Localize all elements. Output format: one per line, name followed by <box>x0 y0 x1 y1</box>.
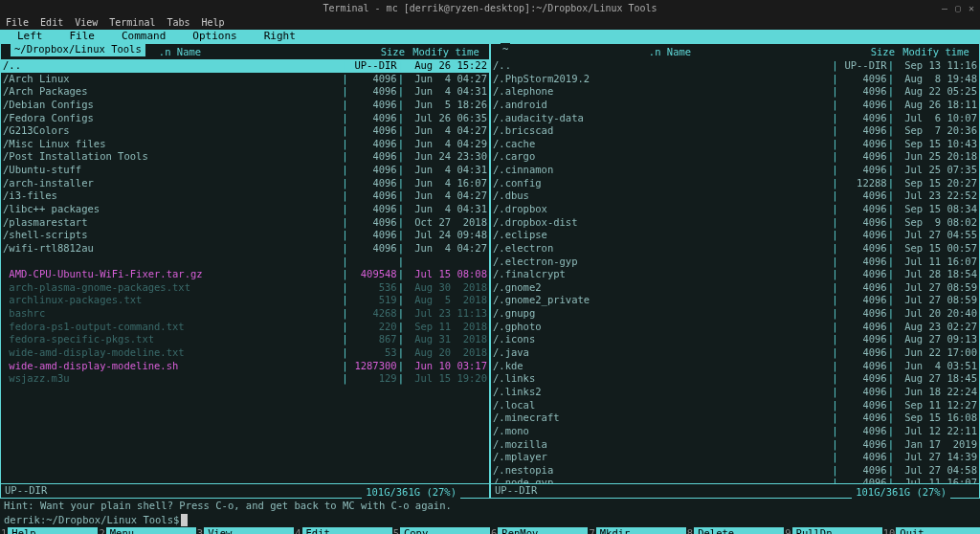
file-mtime: Aug 8 19:48 <box>895 73 977 86</box>
fkey-renmov[interactable]: 6RenMov <box>490 527 588 534</box>
fkey-delete[interactable]: 8Delete <box>686 527 784 534</box>
file-row[interactable]: /.gnome2|4096|Jul 27 08:59 <box>491 281 979 295</box>
file-row[interactable]: /Misc Linux files|4096|Jun 4 04:29 <box>1 138 489 151</box>
file-row[interactable]: /wifi-rtl8812au|4096|Jun 4 04:27 <box>1 242 489 256</box>
file-row[interactable]: /.local|4096|Sep 11 12:27 <box>491 399 979 412</box>
file-row[interactable]: /.links|4096|Aug 27 18:45 <box>491 372 979 386</box>
file-row[interactable]: /.electron-gyp|4096|Jul 11 16:07 <box>491 256 979 269</box>
fkey-quit[interactable]: 10Quit <box>882 527 980 534</box>
file-row[interactable]: /.eclipse|4096|Jul 27 04:55 <box>491 229 979 242</box>
right-panel[interactable]: ~ .n Name Size Modify time /..|UP--DIR|S… <box>490 43 980 499</box>
right-panel-path[interactable]: ~ <box>501 43 510 56</box>
col-m[interactable]: Modify time <box>895 46 977 59</box>
shell-prompt[interactable]: derrik:~/Dropbox/Linux Tools$ <box>0 514 980 527</box>
fkey-view[interactable]: 3View <box>196 527 294 534</box>
file-row[interactable]: /.dropbox|4096|Sep 15 08:34 <box>491 203 979 216</box>
file-row[interactable]: /Arch Linux|4096|Jun 4 04:27 <box>1 73 489 86</box>
file-row[interactable]: /Fedora Configs|4096|Jul 26 06:35 <box>1 112 489 125</box>
file-row[interactable]: /.java|4096|Jun 22 17:00 <box>491 346 979 360</box>
file-row[interactable]: wide-amd-display-modeline.txt|53|Aug 20 … <box>1 346 489 360</box>
file-row[interactable]: /.node-gyp|4096|Jul 11 16:07 <box>491 477 979 483</box>
right-file-list[interactable]: /..|UP--DIR|Sep 13 11:16/.PhpStorm2019.2… <box>491 59 979 483</box>
mc-menu-right[interactable]: Right <box>251 30 309 43</box>
file-row[interactable]: /.mplayer|4096|Jul 27 14:39 <box>491 451 979 464</box>
menu-view[interactable]: View <box>75 16 98 29</box>
fkey-edit[interactable]: 4Edit <box>294 527 391 534</box>
file-row[interactable]: wide-amd-display-modeline.sh|1287300|Jun… <box>1 360 489 373</box>
mc-menu-file[interactable]: File <box>56 30 109 43</box>
file-row[interactable]: /..|UP--DIR|Sep 13 11:16 <box>491 59 979 73</box>
file-row[interactable]: arch-plasma-gnome-packages.txt|536|Aug 3… <box>1 281 489 295</box>
left-file-list[interactable]: /..|UP--DIR|Aug 26 15:22/Arch Linux|4096… <box>1 59 489 483</box>
file-row[interactable]: /.mozilla|4096|Jan 17 2019 <box>491 438 979 452</box>
file-row[interactable]: wsjazz.m3u|129|Jul 15 19:20 <box>1 372 489 386</box>
file-row[interactable]: /Ubuntu-stuff|4096|Jun 4 04:31 <box>1 164 489 177</box>
file-row[interactable]: /.config|12288|Sep 15 20:27 <box>491 177 979 190</box>
file-row[interactable]: /.bricscad|4096|Sep 7 20:36 <box>491 124 979 138</box>
menu-tabs[interactable]: Tabs <box>167 16 189 29</box>
file-row[interactable]: /.gnupg|4096|Jul 20 20:40 <box>491 307 979 321</box>
file-row[interactable]: /Debian Configs|4096|Jun 5 18:26 <box>1 99 489 112</box>
left-panel[interactable]: ~/Dropbox/Linux Tools .n Name Size Modif… <box>0 43 490 499</box>
file-row[interactable]: /.audacity-data|4096|Jul 6 10:07 <box>491 112 979 125</box>
file-row[interactable]: /.dropbox-dist|4096|Sep 9 08:02 <box>491 216 979 230</box>
file-row[interactable]: /i3-files|4096|Jun 4 04:27 <box>1 189 489 203</box>
file-row[interactable]: /G213Colors|4096|Jun 4 04:27 <box>1 124 489 138</box>
fkey-copy[interactable]: 5Copy <box>392 527 490 534</box>
file-row[interactable]: /.gphoto|4096|Aug 23 02:27 <box>491 321 979 334</box>
col-size[interactable]: Size <box>847 46 895 59</box>
fkey-mkdir[interactable]: 7Mkdir <box>588 527 685 534</box>
file-row[interactable]: /.nestopia|4096|Jul 27 04:58 <box>491 464 979 478</box>
file-row[interactable]: /.links2|4096|Jun 18 22:24 <box>491 386 979 399</box>
file-row[interactable]: || <box>1 256 489 269</box>
file-row[interactable]: /.finalcrypt|4096|Jul 28 18:54 <box>491 268 979 281</box>
mc-menu-left[interactable]: Left <box>4 30 56 43</box>
file-row[interactable]: /.gnome2_private|4096|Jul 27 08:59 <box>491 294 979 307</box>
file-row[interactable]: bashrc|4268|Jul 23 11:13 <box>1 307 489 321</box>
fkey-help[interactable]: 1Help <box>0 527 98 534</box>
file-row[interactable]: /.kde|4096|Jun 4 03:51 <box>491 360 979 373</box>
file-row[interactable]: /.PhpStorm2019.2|4096|Aug 8 19:48 <box>491 73 979 86</box>
file-row[interactable]: /.dbus|4096|Jul 23 22:52 <box>491 189 979 203</box>
file-row[interactable]: /.cargo|4096|Jun 25 20:18 <box>491 150 979 164</box>
file-row[interactable]: /.mono|4096|Jul 12 22:11 <box>491 425 979 438</box>
col-size[interactable]: Size <box>357 46 405 59</box>
fkey-menu[interactable]: 2Menu <box>98 527 195 534</box>
close-icon[interactable]: ✕ <box>969 2 974 14</box>
left-panel-path[interactable]: ~/Dropbox/Linux Tools <box>11 43 145 56</box>
file-row[interactable]: /libc++ packages|4096|Jun 4 04:31 <box>1 203 489 216</box>
file-row[interactable]: /.icons|4096|Aug 27 09:13 <box>491 333 979 346</box>
file-row[interactable]: archlinux-packages.txt|519|Aug 5 2018 <box>1 294 489 307</box>
mc-menu-options[interactable]: Options <box>179 30 250 43</box>
file-size: 4096 <box>839 321 887 334</box>
menu-help[interactable]: Help <box>202 16 225 29</box>
col-name[interactable]: .n Name <box>493 46 847 59</box>
file-row[interactable]: /.android|4096|Aug 26 18:11 <box>491 99 979 112</box>
file-row[interactable]: /.alephone|4096|Aug 22 05:25 <box>491 85 979 99</box>
fkey-pulldn[interactable]: 9PullDn <box>784 527 881 534</box>
file-row[interactable]: /.cache|4096|Sep 15 10:43 <box>491 138 979 151</box>
file-row[interactable]: /arch-installer|4096|Jun 4 16:07 <box>1 177 489 190</box>
file-row[interactable]: fedora-specific-pkgs.txt|867|Aug 31 2018 <box>1 333 489 346</box>
file-row[interactable]: /..|UP--DIR|Aug 26 15:22 <box>1 59 489 73</box>
file-row[interactable]: /.electron|4096|Sep 15 00:57 <box>491 242 979 256</box>
file-size: 409548 <box>349 268 397 281</box>
minimize-icon[interactable]: — <box>942 2 947 14</box>
file-row[interactable]: AMD-CPU-Ubuntu-WiFi-Fixer.tar.gz|409548|… <box>1 268 489 281</box>
menu-file[interactable]: File <box>6 16 29 29</box>
file-row[interactable]: /.cinnamon|4096|Jul 25 07:35 <box>491 164 979 177</box>
cursor-icon <box>181 514 188 526</box>
mc-menu-command[interactable]: Command <box>108 30 179 43</box>
file-row[interactable]: fedora-ps1-output-command.txt|220|Sep 11… <box>1 321 489 334</box>
file-row[interactable]: /Post Installation Tools|4096|Jun 24 23:… <box>1 150 489 164</box>
file-size: 12288 <box>839 177 887 190</box>
file-name: /.cinnamon <box>493 164 831 177</box>
file-row[interactable]: /shell-scripts|4096|Jul 24 09:48 <box>1 229 489 242</box>
col-mtime[interactable]: Modify time <box>405 46 487 59</box>
file-row[interactable]: /.minecraft|4096|Sep 15 16:08 <box>491 412 979 425</box>
file-row[interactable]: /plasmarestart|4096|Oct 27 2018 <box>1 216 489 230</box>
menu-terminal[interactable]: Terminal <box>109 16 155 29</box>
menu-edit[interactable]: Edit <box>40 16 63 29</box>
file-row[interactable]: /Arch Packages|4096|Jun 4 04:31 <box>1 85 489 99</box>
maximize-icon[interactable]: ▢ <box>955 2 961 14</box>
